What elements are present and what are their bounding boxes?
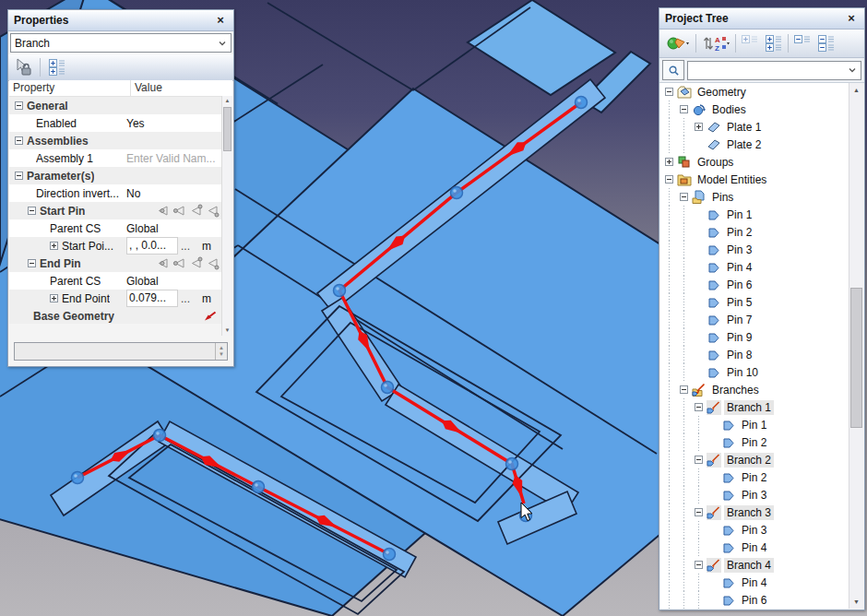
scroll-down-icon[interactable]: ▼: [222, 326, 232, 336]
tree-node-pin-3[interactable]: Pin 3: [660, 486, 863, 503]
property-value[interactable]: Enter Valid Nam...: [126, 152, 221, 165]
tree-scrollbar[interactable]: ▲ ▼: [849, 83, 863, 609]
tree-node-pin-1[interactable]: Pin 1: [660, 416, 863, 433]
tree-node-branch-1[interactable]: Branch 1: [660, 398, 863, 416]
project-tree-close-icon[interactable]: ×: [844, 11, 859, 26]
cursor-lock-icon[interactable]: [11, 55, 35, 79]
tree-node-pin-9[interactable]: Pin 9: [660, 328, 863, 346]
tree-node-branch-2[interactable]: Branch 2: [660, 451, 863, 468]
expand-icon[interactable]: [50, 242, 58, 250]
tree-node-bodies[interactable]: Bodies: [660, 101, 863, 118]
collapse-icon[interactable]: [680, 105, 692, 113]
expand-all-icon[interactable]: [762, 31, 786, 55]
pin-dir-top-icon[interactable]: [189, 204, 203, 218]
tree-node-pin-3[interactable]: Pin 3: [660, 241, 863, 258]
tree-node-pin-4[interactable]: Pin 4: [660, 258, 863, 276]
property-row-direction-invert-[interactable]: Direction invert...No: [9, 184, 232, 202]
pin-dir-tip-icon[interactable]: [172, 256, 186, 270]
tree-node-plate-2[interactable]: Plate 2: [660, 136, 863, 153]
property-value[interactable]: No: [126, 187, 221, 200]
sort-az-icon[interactable]: AZ: [698, 31, 733, 55]
tree-search-input[interactable]: [687, 61, 861, 80]
tree-node-pins[interactable]: Pins: [660, 188, 863, 206]
search-icon[interactable]: [662, 60, 684, 80]
value-spinner[interactable]: ▲▼: [215, 343, 227, 360]
tree-node-model-entities[interactable]: Model Entities: [660, 171, 863, 188]
tree-node-pin-10[interactable]: Pin 10: [660, 363, 863, 381]
pin-dir-top-icon[interactable]: [189, 256, 203, 270]
collapse-icon[interactable]: [695, 508, 707, 516]
expand-icon[interactable]: [50, 294, 58, 302]
tree-node-pin-8[interactable]: Pin 8: [660, 346, 863, 363]
tree-node-branch-3[interactable]: Branch 3: [660, 503, 863, 521]
expand-icon[interactable]: [695, 123, 707, 131]
expand-rows-icon[interactable]: [45, 55, 69, 79]
collapse-icon[interactable]: [680, 193, 692, 201]
tree-node-pin-4[interactable]: Pin 4: [660, 574, 863, 591]
pin-dir-tip-icon[interactable]: [172, 204, 186, 218]
collapse-icon[interactable]: [28, 259, 36, 267]
collapse-icon[interactable]: [15, 136, 23, 145]
property-row-base-geometry[interactable]: Base Geometry: [9, 307, 232, 324]
value-edit-field[interactable]: ▲▼: [14, 342, 228, 361]
tree-node-groups[interactable]: Groups: [660, 153, 863, 171]
property-row-parameter-s-[interactable]: Parameter(s): [9, 167, 232, 184]
properties-scrollbar[interactable]: ▲ ▼: [221, 96, 232, 336]
property-row-parent-cs[interactable]: Parent CSGlobal: [9, 272, 232, 290]
tree-node-pin-6[interactable]: Pin 6: [660, 276, 863, 293]
properties-close-icon[interactable]: ×: [213, 13, 228, 28]
collapse-icon[interactable]: [680, 385, 692, 394]
collapse-level-icon[interactable]: [790, 31, 814, 55]
scroll-up-icon[interactable]: ▲: [222, 96, 232, 106]
tree-node-pin-2[interactable]: Pin 2: [660, 433, 863, 451]
pin-dir-center-icon[interactable]: [156, 256, 170, 270]
property-row-parent-cs[interactable]: Parent CSGlobal: [9, 219, 232, 237]
property-value[interactable]: Global: [126, 275, 221, 288]
tree-node-pin-1[interactable]: Pin 1: [660, 206, 863, 223]
collapse-icon[interactable]: [15, 101, 23, 110]
collapse-icon[interactable]: [695, 456, 707, 464]
collapse-all-icon[interactable]: [814, 31, 838, 55]
scroll-down-icon[interactable]: ▼: [849, 595, 863, 609]
collapse-icon[interactable]: [15, 172, 23, 180]
property-row-start-pin[interactable]: Start Pin: [9, 202, 232, 219]
tree-node-pin-2[interactable]: Pin 2: [660, 468, 863, 486]
tree-node-pin-5[interactable]: Pin 5: [660, 293, 863, 311]
scroll-up-icon[interactable]: ▲: [849, 83, 863, 97]
property-row-end-pin[interactable]: End Pin: [9, 255, 232, 272]
point-value[interactable]: , , 0.0...: [126, 237, 178, 255]
pin-dir-center-icon[interactable]: [156, 204, 170, 218]
scrollbar-thumb[interactable]: [850, 288, 862, 428]
tree-node-pin-4[interactable]: Pin 4: [660, 539, 863, 556]
point-value[interactable]: 0.079...: [126, 290, 178, 307]
pin-dir-bottom-icon[interactable]: [206, 256, 220, 270]
tree-node-pin-2[interactable]: Pin 2: [660, 223, 863, 241]
tree-node-plate-1[interactable]: Plate 1: [660, 118, 863, 136]
property-row-start-poi-[interactable]: Start Poi..., , 0.0......m: [9, 237, 232, 255]
tree-node-geometry[interactable]: Geometry: [660, 83, 863, 101]
tree-node-branches[interactable]: Branches: [660, 381, 863, 398]
property-row-general[interactable]: General: [9, 97, 232, 114]
pin-dir-bottom-icon[interactable]: [206, 204, 220, 218]
collapse-icon[interactable]: [665, 175, 677, 184]
collapse-icon[interactable]: [695, 561, 707, 569]
more-button[interactable]: ...: [176, 292, 195, 305]
tree-node-pin-7[interactable]: Pin 7: [660, 311, 863, 328]
more-button[interactable]: ...: [176, 240, 195, 253]
expand-icon[interactable]: [665, 158, 677, 166]
collapse-icon[interactable]: [665, 88, 677, 96]
property-row-enabled[interactable]: EnabledYes: [9, 114, 232, 132]
tree-node-pin-6[interactable]: Pin 6: [660, 591, 863, 609]
property-row-assemblies[interactable]: Assemblies: [9, 132, 232, 149]
entity-type-select[interactable]: Branch: [10, 33, 232, 53]
collapse-icon[interactable]: [28, 207, 36, 215]
collapse-icon[interactable]: [695, 403, 707, 411]
tree-node-branch-4[interactable]: Branch 4: [660, 556, 863, 574]
property-row-assembly-1[interactable]: Assembly 1Enter Valid Nam...: [9, 149, 232, 167]
tree-node-pin-3[interactable]: Pin 3: [660, 521, 863, 539]
scrollbar-thumb[interactable]: [223, 107, 232, 151]
red-pick-arrow-icon[interactable]: [203, 309, 218, 324]
property-value[interactable]: Global: [126, 222, 221, 235]
property-row-end-point[interactable]: End Point0.079......m: [9, 290, 232, 307]
display-filter-icon[interactable]: [662, 31, 694, 55]
